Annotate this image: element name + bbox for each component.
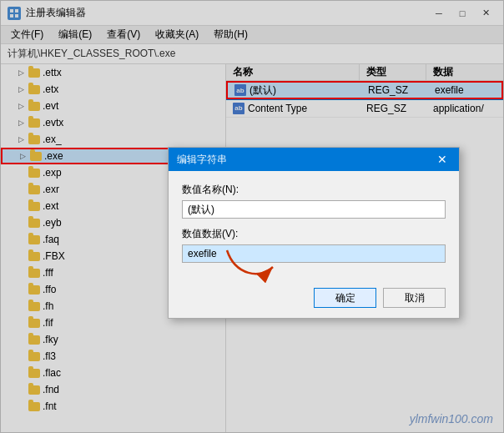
dialog-body: 数值名称(N): 数值数据(V): [169, 171, 459, 281]
name-input[interactable] [182, 200, 446, 219]
data-label: 数值数据(V): [182, 227, 446, 241]
main-window: 注册表编辑器 ─ □ ✕ 文件(F) 编辑(E) 查看(V) 收藏夹(A) 帮助… [0, 0, 504, 433]
dialog-title-bar: 编辑字符串 ✕ [169, 148, 459, 171]
watermark: ylmfwin100.com [410, 412, 493, 425]
ok-button[interactable]: 确定 [314, 288, 376, 308]
dialog-close-button[interactable]: ✕ [434, 151, 451, 168]
arrow-annotation [219, 242, 285, 286]
edit-string-dialog: 编辑字符串 ✕ 数值名称(N): 数值数据(V): 确定 [168, 147, 460, 319]
cancel-button[interactable]: 取消 [383, 288, 446, 308]
dialog-footer: 确定 取消 [169, 281, 459, 318]
name-label: 数值名称(N): [182, 183, 446, 197]
dialog-title-text: 编辑字符串 [177, 153, 227, 167]
